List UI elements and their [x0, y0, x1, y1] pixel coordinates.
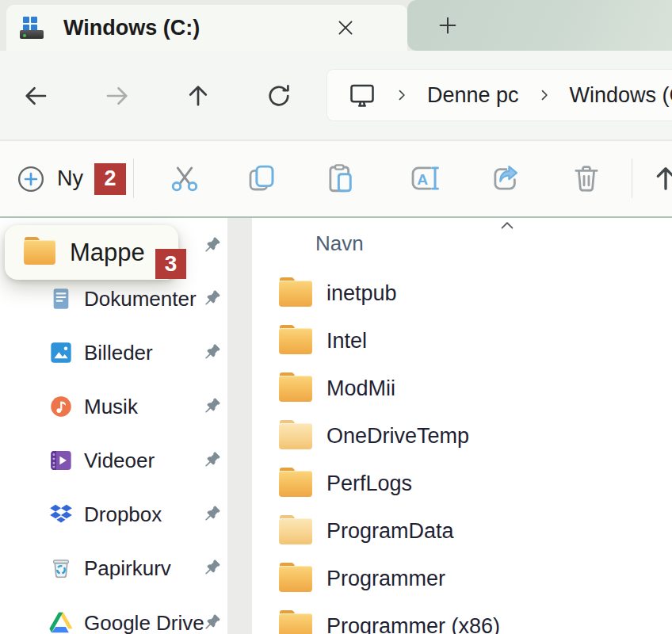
- sidebar-item-label: Dropbox: [84, 502, 162, 527]
- sort-button[interactable]: [648, 161, 672, 196]
- paste-icon: [324, 162, 357, 195]
- file-row[interactable]: ModMii: [255, 365, 672, 412]
- step-2-badge: 2: [94, 163, 126, 195]
- share-icon: [489, 162, 522, 195]
- pane-divider: [227, 218, 255, 634]
- svg-text:A: A: [417, 171, 428, 188]
- sort-up-icon: [649, 162, 672, 195]
- copy-icon: [245, 162, 278, 195]
- forward-icon: [103, 82, 132, 110]
- paste-button[interactable]: [323, 161, 358, 196]
- step-3-badge: 3: [155, 249, 186, 279]
- chevron-right-icon: [536, 87, 552, 103]
- folder-icon: [279, 328, 312, 354]
- folder-icon: [279, 518, 312, 544]
- sidebar-item-label: Papirkurv: [84, 556, 171, 581]
- toolbar-divider: [632, 158, 632, 198]
- folder-icon: [279, 281, 312, 307]
- file-row[interactable]: Programmer (x86): [255, 602, 672, 634]
- file-row[interactable]: Programmer: [255, 555, 672, 602]
- folder-icon: [24, 240, 55, 265]
- file-row[interactable]: OneDriveTemp: [255, 412, 672, 460]
- pin-icon: [201, 504, 222, 525]
- sidebar-item-label: Dokumenter: [84, 287, 197, 311]
- folder-icon: [279, 613, 312, 634]
- new-tab-button[interactable]: [430, 10, 465, 41]
- trash-icon: [570, 162, 603, 195]
- pin-icon: [201, 235, 222, 256]
- sidebar-item-dropbox[interactable]: Dropbox: [0, 495, 227, 533]
- drive-icon: [19, 15, 46, 40]
- file-name: OneDriveTemp: [326, 424, 469, 449]
- address-bar[interactable]: Denne pc Windows (C:): [327, 70, 672, 120]
- up-button[interactable]: [181, 79, 215, 113]
- breadcrumb-windows-c[interactable]: Windows (C:): [570, 83, 672, 108]
- tab-close-button[interactable]: [330, 12, 361, 44]
- sidebar-item-label: Musik: [84, 395, 138, 419]
- breadcrumb-this-pc[interactable]: Denne pc: [427, 83, 519, 108]
- new-menu-item-mappe[interactable]: Mappe 3: [5, 225, 178, 280]
- rename-icon: A: [407, 162, 441, 195]
- music-icon: [48, 394, 74, 419]
- new-button-label: Ny: [57, 166, 83, 191]
- delete-button[interactable]: [569, 161, 604, 196]
- tab-title: Windows (C:): [63, 16, 200, 40]
- new-button[interactable]: Ny 2: [16, 141, 126, 216]
- sidebar-item-billeder[interactable]: Billeder: [0, 334, 227, 372]
- sidebar-item-dokumenter[interactable]: Dokumenter: [0, 280, 227, 318]
- file-name: Programmer (x86): [326, 614, 500, 634]
- command-toolbar: Ny 2 A: [0, 141, 672, 218]
- file-row[interactable]: Intel: [255, 317, 672, 365]
- share-button[interactable]: [488, 161, 523, 196]
- file-name: ProgramData: [326, 519, 454, 544]
- sidebar-item-label: Videoer: [84, 449, 155, 473]
- refresh-button[interactable]: [262, 79, 296, 113]
- folder-icon: [279, 471, 312, 497]
- pin-icon: [201, 558, 222, 579]
- sidebar-item-label: Google Drive: [84, 611, 204, 634]
- sidebar-item-google-drive[interactable]: Google Drive: [0, 604, 227, 634]
- cut-icon: [168, 162, 201, 195]
- dropbox-icon: [48, 502, 74, 527]
- file-list-pane: Navn inetpub Intel ModMii OneDriveTemp P…: [255, 218, 672, 634]
- back-icon: [21, 82, 50, 110]
- new-plus-icon: [16, 164, 46, 194]
- videos-icon: [48, 448, 74, 473]
- column-header-name[interactable]: Navn: [315, 231, 364, 256]
- sidebar-item-videoer[interactable]: Videoer: [0, 441, 227, 479]
- file-name: ModMii: [326, 376, 395, 401]
- up-icon: [184, 82, 212, 110]
- tab-bar: Windows (C:): [0, 0, 672, 51]
- sidebar-item-musik[interactable]: Musik: [0, 388, 227, 426]
- sidebar-item-label: Billeder: [84, 341, 153, 365]
- folder-icon: [279, 376, 312, 402]
- file-name: PerfLogs: [326, 472, 412, 496]
- file-name: inetpub: [326, 281, 397, 306]
- recycle-bin-icon: [49, 556, 73, 580]
- pictures-icon: [48, 340, 74, 365]
- pin-icon: [201, 450, 222, 471]
- back-button[interactable]: [19, 79, 52, 113]
- pin-icon: [201, 396, 222, 417]
- cut-button[interactable]: [167, 161, 202, 196]
- sidebar-item-papirkurv[interactable]: Papirkurv: [0, 549, 227, 587]
- copy-button[interactable]: [244, 161, 279, 196]
- sort-ascending-icon: [498, 219, 516, 231]
- pin-icon: [201, 288, 222, 309]
- navigation-pane: Dokumenter Billeder Musik Videoer Dropbo…: [0, 218, 227, 634]
- forward-button[interactable]: [101, 79, 134, 113]
- file-row[interactable]: ProgramData: [255, 507, 672, 555]
- rename-button[interactable]: A: [407, 161, 441, 196]
- tab-windows-c[interactable]: Windows (C:): [6, 5, 407, 51]
- google-drive-icon: [48, 611, 74, 634]
- refresh-icon: [265, 82, 293, 110]
- pin-icon: [201, 342, 222, 363]
- toolbar-divider: [133, 158, 134, 198]
- monitor-icon: [348, 81, 376, 109]
- file-row[interactable]: PerfLogs: [255, 460, 672, 507]
- mappe-label: Mappe: [70, 239, 145, 267]
- folder-icon: [279, 566, 312, 592]
- file-name: Intel: [326, 329, 367, 353]
- close-icon: [335, 17, 356, 38]
- file-row[interactable]: inetpub: [255, 269, 672, 317]
